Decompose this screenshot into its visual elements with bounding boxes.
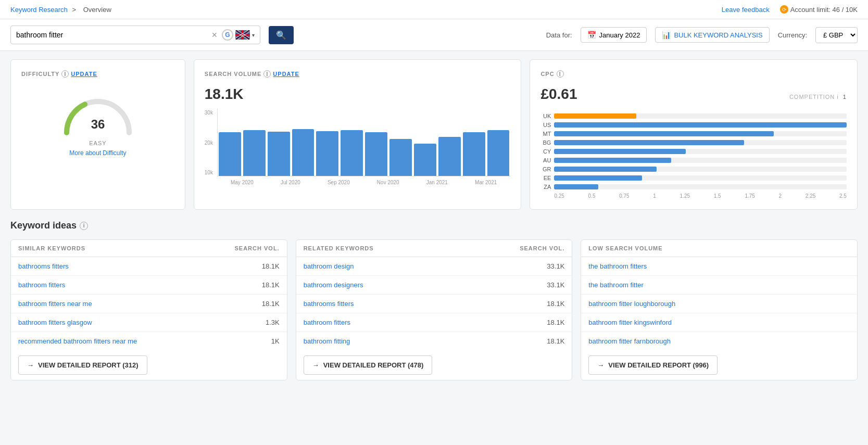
cpc-info-icon[interactable]: i [557,70,564,78]
table-row: bathroom designers 33.1K [296,276,572,295]
similar-view-report-button[interactable]: → VIEW DETAILED REPORT (312) [18,355,147,375]
cpc-horizontal-chart: UK US MT BG CY AU [540,113,847,190]
cpc-country-label: MT [540,131,551,137]
table-row: the bathroom fitter [581,276,857,295]
difficulty-info-icon[interactable]: i [61,70,69,78]
difficulty-label: DIFFICULTY i Update [21,70,174,78]
arrow-right-icon-low: → [597,361,604,369]
breadcrumb-link-keyword-research[interactable]: Keyword Research [10,6,68,14]
sv-bar [316,131,338,176]
gauge-value-text: 36 [91,117,105,131]
account-limit-icon: ⟳ [780,5,788,14]
cpc-country-label: UK [540,113,551,119]
low-vol-keyword-link[interactable]: bathroom fitter loughborough [588,300,675,308]
table-row: bathroom fitter loughborough [581,295,857,313]
flag-dropdown-chevron[interactable]: ▾ [252,32,255,38]
related-keyword-link[interactable]: bathroom designers [304,281,363,289]
table-row: bathroom fitters 18.1K [296,313,572,332]
cpc-header: £0.61 COMPETITION i 1 [540,86,847,109]
keyword-ideas-info-icon[interactable]: i [80,222,88,230]
sv-bar [219,132,241,176]
account-limit: ⟳ Account limit: 46 / 10K [780,5,858,14]
similar-keyword-link[interactable]: bathroom fitters near me [18,300,92,308]
gauge-label: EASY [89,140,106,146]
table-row: the bathroom fitters [581,257,857,276]
search-volume-card: SEARCH VOLUME i Update 18.1K 30k 20k 10k [194,59,522,210]
clear-icon[interactable]: ✕ [211,31,218,39]
cpc-bar-fill [554,113,636,119]
cpc-bar-row: GR [540,166,847,172]
low-volume-view-report-button[interactable]: → VIEW DETAILED REPORT (996) [588,355,718,375]
low-vol-keyword-link[interactable]: bathroom fitter kingswinford [588,319,672,326]
similar-keyword-vol: 18.1K [202,276,286,295]
metrics-row: DIFFICULTY i Update 36 EASY More about D… [10,59,858,210]
search-input[interactable] [16,31,211,39]
cpc-bar-fill [554,149,686,154]
related-keyword-link[interactable]: bathrooms fitters [304,300,354,308]
table-row: bathroom fitters 18.1K [11,276,287,295]
related-view-report-button[interactable]: → VIEW DETAILED REPORT (478) [304,355,433,375]
keyword-ideas-title: Keyword ideas i [10,220,858,231]
cpc-bar-fill [554,184,598,189]
low-vol-keyword-link[interactable]: the bathroom fitters [588,262,647,270]
chart-icon: 📊 [662,31,671,39]
cpc-label: CPC i [540,70,847,78]
low-vol-col-keyword: LOW SEARCH VOLUME [581,240,857,257]
cpc-bar-track [554,167,847,172]
cpc-card: CPC i £0.61 COMPETITION i 1 UK US [530,59,858,210]
competition-info-icon[interactable]: i [837,94,838,100]
similar-keyword-link[interactable]: bathroom fitters glasgow [18,319,92,326]
similar-keyword-vol: 1K [202,332,286,351]
low-volume-keywords-table: LOW SEARCH VOLUME the bathroom fitters t… [581,240,857,350]
similar-keyword-link[interactable]: recommended bathroom fitters near me [18,337,137,345]
cpc-bar-fill [554,167,657,172]
sv-bars-wrap: May 2020 Jul 2020 Sep 2020 Nov 2020 Jan … [217,109,510,185]
competition-label: COMPETITION i 1 [789,94,847,100]
sv-update-link[interactable]: Update [273,71,299,77]
more-about-difficulty-link[interactable]: More about Difficulty [69,149,126,157]
related-keyword-link[interactable]: bathroom design [304,262,354,270]
sv-bar [365,132,387,176]
arrow-right-icon-related: → [312,361,319,369]
sv-y-labels: 30k 20k 10k [205,109,213,176]
data-for-label: Data for: [546,31,572,39]
sv-y-30k: 30k [205,110,213,116]
cpc-bar-fill [554,140,744,145]
feedback-link[interactable]: Leave feedback [722,6,770,14]
cpc-bar-track [554,113,847,119]
table-row: bathrooms fitters 18.1K [296,295,572,313]
data-currency-section: Data for: 📅 January 2022 📊 BULK KEYWORD … [546,27,858,43]
table-row: bathroom fitter farnborough [581,332,857,351]
related-keyword-link[interactable]: bathroom fitting [304,337,350,345]
low-vol-keyword-link[interactable]: the bathroom fitter [588,281,644,289]
arrow-right-icon: → [27,361,34,369]
cpc-country-label: ZA [540,184,551,190]
search-volume-label: SEARCH VOLUME i Update [205,70,511,78]
sv-bar [292,129,315,176]
related-keyword-link[interactable]: bathroom fitters [304,319,350,326]
low-vol-keyword-link[interactable]: bathroom fitter farnborough [588,337,671,345]
cpc-bar-fill [554,122,847,128]
similar-keyword-vol: 18.1K [202,295,286,313]
low-volume-keywords-card: LOW SEARCH VOLUME the bathroom fitters t… [581,239,858,380]
sv-info-icon[interactable]: i [263,70,271,78]
sv-y-20k: 20k [205,140,213,146]
cpc-bar-fill [554,158,671,163]
bulk-keyword-analysis-button[interactable]: 📊 BULK KEYWORD ANALYSIS [655,27,769,43]
similar-col-vol: SEARCH VOL. [202,240,286,257]
sv-bar [463,132,485,176]
difficulty-update-link[interactable]: Update [71,71,97,77]
cpc-bar-track [554,149,847,154]
sv-bar [414,144,436,176]
cpc-bar-row: UK [540,113,847,119]
similar-keyword-link[interactable]: bathroom fitters [18,281,65,289]
related-keyword-vol: 18.1K [458,295,572,313]
sv-bar [487,130,510,176]
sv-x-labels: May 2020 Jul 2020 Sep 2020 Nov 2020 Jan … [217,180,510,185]
search-button[interactable]: 🔍 [269,26,294,44]
similar-keyword-link[interactable]: bathrooms fitters [18,262,69,270]
date-picker-button[interactable]: 📅 January 2022 [581,27,647,43]
gauge-wrap: 36 EASY More about Difficulty [21,86,174,157]
currency-select[interactable]: £ GBP $ USD € EUR [815,27,858,43]
similar-keyword-vol: 18.1K [202,257,286,276]
